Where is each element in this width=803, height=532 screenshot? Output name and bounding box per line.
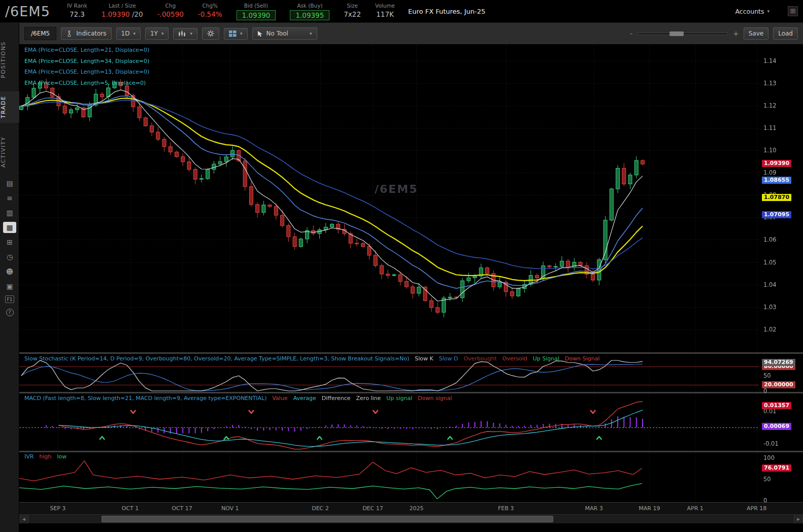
- time-axis-label: MAR 3: [585, 505, 603, 512]
- help-icon[interactable]: ?: [3, 307, 16, 318]
- time-axis-label: APR 1: [687, 505, 704, 512]
- chart-gadget: /6EM5 Indicators 1D ▾ 1Y ▾ ▾: [19, 23, 803, 532]
- time-axis-label: DEC 17: [362, 505, 383, 512]
- zoom-slider-thumb[interactable]: [670, 31, 684, 36]
- studies-flask-icon: [66, 30, 73, 37]
- stat-label: Volume: [375, 3, 395, 9]
- app-grid-icon[interactable]: ⊞: [788, 6, 798, 16]
- stat-ask-buy: Ask (Buy)1.09395: [290, 3, 329, 20]
- timeframe-dropdown[interactable]: 1D ▾: [116, 27, 141, 40]
- chevron-down-icon: ▾: [310, 31, 312, 36]
- chevron-down-icon: ▾: [190, 31, 192, 36]
- stat-value: 1.09390: [237, 10, 276, 20]
- orders-icon[interactable]: ▥: [3, 207, 16, 218]
- stat-value: -.00590: [157, 10, 184, 18]
- stat-value: -0.54%: [198, 10, 222, 18]
- scrollbar-track[interactable]: [28, 515, 794, 523]
- left-sidebar: POSITIONSTRADEACTIVITY ▤≡▥▦⊞◷☻▣F1?: [0, 23, 19, 532]
- time-axis-label: 2025: [409, 505, 423, 512]
- zoom-out-button[interactable]: -: [630, 29, 632, 38]
- stat-iv-rank: IV Rank72.3: [67, 3, 87, 18]
- cursor-icon: [257, 30, 263, 37]
- range-dropdown[interactable]: 1Y ▾: [145, 27, 169, 40]
- community-icon[interactable]: ☻: [3, 266, 16, 277]
- time-axis-label: SEP 3: [50, 505, 65, 512]
- load-button[interactable]: Load: [773, 27, 798, 40]
- stat-label: Size: [347, 3, 358, 9]
- quote-header: /6EM5 IV Rank72.3Last / Size1.09390 /20C…: [0, 0, 803, 23]
- stat-value: 117K: [376, 10, 394, 18]
- stat-size: Size7x22: [344, 3, 361, 18]
- range-value: 1Y: [150, 30, 158, 37]
- stat-label: Bid (Sell): [244, 3, 268, 9]
- indicators-label: Indicators: [76, 30, 106, 37]
- vault-icon[interactable]: ▣: [3, 281, 16, 292]
- accounts-label: Accounts: [735, 8, 764, 15]
- stat-label: Chg%: [202, 3, 218, 9]
- sidebar-tab-trade[interactable]: TRADE: [0, 91, 19, 123]
- sidebar-tab-positions[interactable]: POSITIONS: [0, 33, 19, 86]
- time-axis-label: FEB 3: [498, 505, 514, 512]
- stat-value: 72.3: [70, 10, 85, 18]
- stat-last-size: Last / Size1.09390 /20: [102, 3, 143, 18]
- stat-label: Chg: [165, 3, 176, 9]
- stat-value: 1.09395: [290, 10, 329, 20]
- chart-symbol-tab[interactable]: /6EM5: [24, 27, 56, 40]
- chart-style-dropdown[interactable]: ▾: [173, 28, 197, 40]
- f1-icon[interactable]: F1: [5, 295, 14, 303]
- chevron-down-icon: ▾: [767, 9, 769, 14]
- stat-bid-sell: Bid (Sell)1.09390: [237, 3, 276, 20]
- time-axis-label: OCT 17: [172, 505, 192, 512]
- stat-label: Last / Size: [109, 3, 136, 9]
- indicators-button[interactable]: Indicators: [61, 27, 111, 40]
- grid-icon[interactable]: ⊞: [3, 237, 16, 248]
- news-icon[interactable]: ▤: [3, 178, 16, 189]
- time-axis-label: NOV 1: [221, 505, 239, 512]
- chart-area: SEP 3OCT 1OCT 17NOV 1DEC 2DEC 172025FEB …: [19, 45, 803, 514]
- chart-settings-button[interactable]: [202, 27, 219, 40]
- zoom-control: - +: [630, 29, 739, 38]
- stat-value: 1.09390 /20: [102, 10, 143, 18]
- sidebar-tab-activity[interactable]: ACTIVITY: [0, 129, 19, 174]
- stat-label: Ask (Buy): [297, 3, 322, 9]
- grid-layout-icon: [229, 30, 237, 37]
- time-axis: SEP 3OCT 1OCT 17NOV 1DEC 2DEC 172025FEB …: [19, 502, 803, 514]
- tool-label: No Tool: [266, 30, 288, 37]
- chevron-down-icon: ▾: [161, 31, 164, 36]
- history-icon[interactable]: ◷: [3, 251, 16, 262]
- price-chart-canvas[interactable]: [19, 45, 803, 502]
- drawing-tool-dropdown[interactable]: No Tool ▾: [252, 27, 317, 40]
- stat-label: IV Rank: [67, 3, 87, 9]
- contract-description: Euro FX Futures, Jun-25: [408, 8, 485, 15]
- time-axis-label: APR 18: [747, 505, 766, 512]
- grid-layout-dropdown[interactable]: ▾: [224, 28, 248, 40]
- stat-chg: Chg-.00590: [157, 3, 184, 18]
- zoom-in-button[interactable]: +: [733, 29, 739, 38]
- zoom-slider[interactable]: [638, 32, 728, 35]
- time-axis-label: MAR 19: [639, 505, 660, 512]
- stat-volume: Volume117K: [375, 3, 395, 18]
- watchlist-icon[interactable]: ≡: [3, 192, 16, 204]
- scrollbar-thumb[interactable]: [102, 516, 553, 522]
- chevron-down-icon: ▾: [240, 31, 243, 36]
- charts-icon[interactable]: ▦: [3, 222, 16, 233]
- stat-chg: Chg%-0.54%: [198, 3, 222, 18]
- quote-stats: IV Rank72.3Last / Size1.09390 /20Chg-.00…: [67, 3, 395, 20]
- time-axis-label: OCT 1: [122, 505, 139, 512]
- horizontal-scrollbar[interactable]: ◂ ▸: [19, 514, 803, 523]
- stat-value: 7x22: [344, 10, 361, 18]
- scroll-left-icon[interactable]: ◂: [19, 515, 28, 523]
- accounts-menu[interactable]: Accounts ▾: [735, 8, 769, 15]
- time-axis-label: DEC 2: [312, 505, 329, 512]
- chart-toolbar: /6EM5 Indicators 1D ▾ 1Y ▾ ▾: [19, 23, 803, 45]
- gear-icon: [207, 30, 214, 37]
- scroll-right-icon[interactable]: ▸: [794, 515, 803, 523]
- save-button[interactable]: Save: [744, 27, 768, 40]
- chevron-down-icon: ▾: [133, 31, 136, 36]
- timeframe-value: 1D: [121, 30, 130, 37]
- symbol-title: /6EM5: [5, 4, 54, 19]
- candlestick-style-icon: [178, 30, 186, 37]
